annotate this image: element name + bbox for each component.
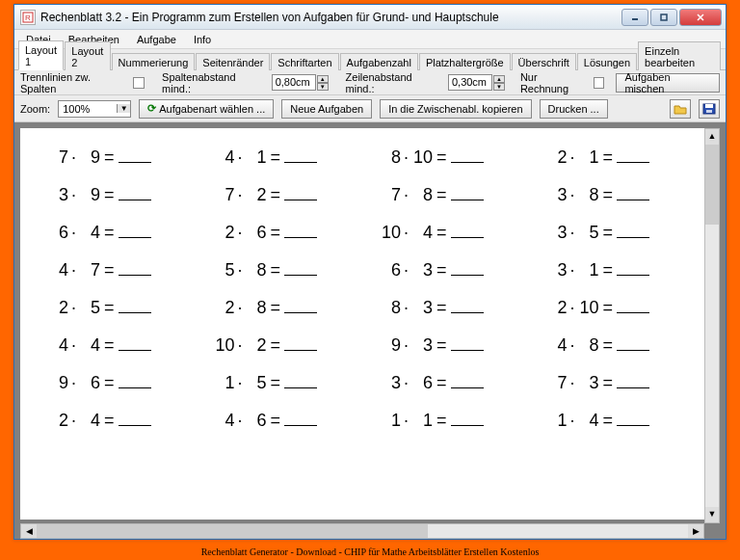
equals-sign: = [271, 298, 281, 318]
equals-sign: = [436, 185, 447, 205]
answer-blank[interactable] [617, 149, 649, 163]
answer-blank[interactable] [617, 413, 649, 426]
answer-blank[interactable] [119, 413, 151, 426]
answer-blank[interactable] [451, 337, 484, 351]
tab-nummerierung[interactable]: Nummerierung [112, 53, 196, 70]
operator: · [71, 335, 76, 356]
answer-blank[interactable] [284, 337, 317, 351]
close-button[interactable] [679, 9, 722, 26]
answer-blank[interactable] [451, 262, 484, 276]
tab-seitenraender[interactable]: Seitenränder [196, 53, 270, 70]
answer-blank[interactable] [284, 149, 317, 163]
answer-blank[interactable] [617, 187, 649, 200]
answer-blank[interactable] [451, 149, 484, 163]
operator: · [570, 411, 575, 431]
copy-clipboard-button[interactable]: In die Zwischenabl. kopieren [380, 99, 531, 119]
operand-a: 10 [380, 223, 401, 243]
zoom-combo[interactable]: 100% ▼ [58, 100, 131, 118]
minimize-button[interactable] [621, 9, 648, 26]
answer-blank[interactable] [451, 187, 484, 200]
horizontal-scrollbar[interactable]: ◀ ▶ [20, 523, 704, 539]
scroll-h-thumb[interactable] [37, 524, 428, 538]
operator: · [570, 185, 575, 205]
col-spacing-input[interactable]: 0,80cm [272, 74, 316, 91]
answer-blank[interactable] [119, 187, 151, 200]
equals-sign: = [603, 223, 614, 243]
tab-layout2[interactable]: Layout 2 [65, 41, 110, 70]
answer-blank[interactable] [284, 375, 317, 388]
open-file-button[interactable] [670, 99, 691, 119]
operand-a: 4 [546, 335, 568, 356]
equals-sign: = [603, 147, 614, 168]
answer-blank[interactable] [617, 375, 649, 388]
problem: 3·6= [380, 373, 523, 393]
tab-aufgabenzahl[interactable]: Aufgabenzahl [340, 53, 418, 70]
problem: 2·5= [47, 298, 191, 318]
operand-a: 8 [380, 147, 401, 168]
scroll-v-thumb[interactable] [705, 145, 719, 225]
answer-blank[interactable] [617, 225, 649, 238]
tab-schriftarten[interactable]: Schriftarten [271, 53, 338, 70]
save-file-button[interactable] [699, 99, 720, 119]
choose-type-button[interactable]: ⟳ Aufgabenart wählen ... [139, 99, 274, 119]
maximize-button[interactable] [650, 9, 677, 26]
only-calc-checkbox[interactable] [594, 77, 605, 89]
operand-a: 3 [380, 373, 401, 393]
answer-blank[interactable] [451, 375, 484, 388]
menu-info[interactable]: Info [186, 32, 219, 47]
sep-lines-checkbox[interactable] [133, 77, 145, 89]
scroll-right-arrow[interactable]: ▶ [688, 524, 703, 538]
equals-sign: = [104, 335, 115, 356]
problem: 2·1= [546, 147, 690, 168]
answer-blank[interactable] [451, 225, 484, 238]
answer-blank[interactable] [119, 300, 151, 313]
tab-ueberschrift[interactable]: Überschrift [512, 53, 576, 70]
shuffle-button[interactable]: Aufgaben mischen [616, 73, 720, 93]
operand-a: 6 [47, 223, 68, 243]
answer-blank[interactable] [451, 300, 484, 313]
print-button[interactable]: Drucken ... [540, 99, 608, 119]
answer-blank[interactable] [119, 375, 151, 388]
new-problems-button[interactable]: Neue Aufgaben [281, 99, 372, 119]
row-spacing-input[interactable]: 0,30cm [448, 74, 492, 91]
answer-blank[interactable] [284, 413, 317, 426]
menu-aufgabe[interactable]: Aufgabe [129, 32, 184, 47]
scroll-up-arrow[interactable]: ▲ [705, 129, 719, 145]
equals-sign: = [271, 223, 281, 243]
answer-blank[interactable] [119, 337, 151, 351]
row-spacing-spinner[interactable]: ▲▼ [493, 75, 505, 91]
operator: · [570, 298, 575, 318]
answer-blank[interactable] [617, 262, 649, 276]
operand-a: 2 [546, 298, 568, 318]
operand-b: 10 [578, 298, 599, 318]
answer-blank[interactable] [284, 225, 317, 238]
answer-blank[interactable] [617, 337, 649, 351]
vertical-scrollbar[interactable]: ▲ ▼ [704, 128, 720, 523]
equals-sign: = [436, 373, 447, 393]
equals-sign: = [104, 260, 115, 280]
answer-blank[interactable] [284, 187, 317, 200]
answer-blank[interactable] [284, 300, 317, 313]
tab-layout1[interactable]: Layout 1 [18, 40, 64, 70]
equals-sign: = [104, 223, 115, 243]
operand-b: 1 [578, 260, 599, 280]
window-controls [620, 9, 722, 26]
operand-a: 4 [214, 411, 235, 431]
col-spacing-spinner[interactable]: ▲▼ [317, 75, 329, 91]
operator: · [404, 260, 409, 280]
operand-b: 6 [246, 223, 267, 243]
answer-blank[interactable] [119, 225, 151, 238]
operand-b: 9 [79, 185, 100, 205]
scroll-left-arrow[interactable]: ◀ [21, 524, 37, 538]
answer-blank[interactable] [119, 149, 151, 163]
operator: · [71, 298, 76, 318]
answer-blank[interactable] [284, 262, 317, 276]
answer-blank[interactable] [119, 262, 151, 276]
tab-einzeln[interactable]: Einzeln bearbeiten [638, 41, 721, 70]
tab-loesungen[interactable]: Lösungen [577, 53, 637, 70]
scroll-down-arrow[interactable]: ▼ [705, 507, 719, 522]
answer-blank[interactable] [617, 300, 649, 313]
answer-blank[interactable] [451, 413, 484, 426]
tab-platzhaltergroesse[interactable]: Platzhaltergröße [419, 53, 511, 70]
problem: 7·2= [214, 185, 357, 205]
